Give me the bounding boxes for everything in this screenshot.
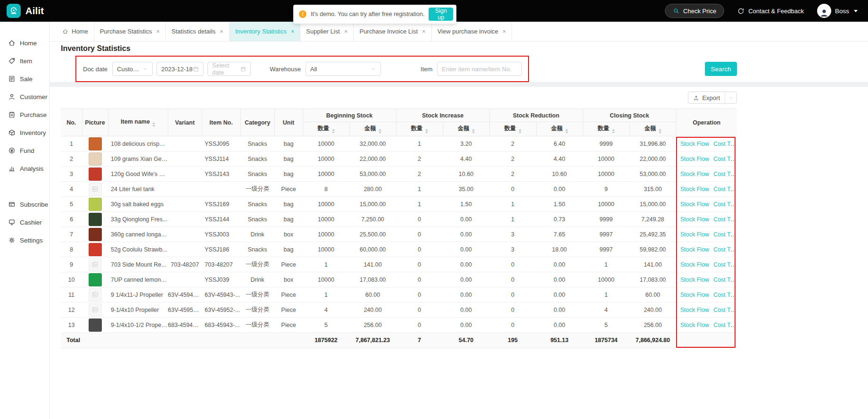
- signup-button[interactable]: Sign up: [429, 8, 453, 21]
- cost-transaction-link[interactable]: Cost Tr...: [713, 216, 737, 223]
- stock-flow-link[interactable]: Stock Flow: [680, 201, 709, 208]
- cost-transaction-link[interactable]: Cost Tr...: [713, 156, 737, 162]
- sidebar-item-item[interactable]: Item: [0, 52, 49, 70]
- cost-transaction-link[interactable]: Cost Tr...: [713, 277, 737, 283]
- stock-flow-link[interactable]: Stock Flow: [680, 216, 709, 223]
- warehouse-select[interactable]: All: [306, 62, 381, 76]
- sidebar-item-analysis[interactable]: Analysis: [0, 159, 49, 177]
- column-closing-qty[interactable]: 数量: [583, 122, 629, 136]
- cost-transaction-link[interactable]: Cost Tr...: [713, 231, 737, 238]
- close-icon[interactable]: ×: [291, 28, 295, 34]
- cost-transaction-link[interactable]: Cost Tr...: [713, 171, 737, 177]
- close-icon[interactable]: ×: [220, 28, 223, 34]
- cost-transaction-link[interactable]: Cost Tr...: [713, 246, 737, 253]
- cost-transaction-link[interactable]: Cost Tr...: [713, 261, 737, 268]
- cell-picture[interactable]: [82, 318, 108, 333]
- cell-picture[interactable]: [82, 227, 108, 242]
- export-button[interactable]: Export: [688, 92, 737, 104]
- stock-flow-link[interactable]: Stock Flow: [680, 261, 709, 268]
- item-input[interactable]: [437, 62, 522, 76]
- stock-flow-link[interactable]: Stock Flow: [680, 246, 709, 253]
- stock-flow-link[interactable]: Stock Flow: [680, 231, 709, 238]
- logo[interactable]: Ailit: [7, 4, 44, 18]
- tab-purchase-statistics[interactable]: Purchase Statistics×: [94, 22, 166, 41]
- cell-picture[interactable]: [82, 272, 108, 287]
- cell-picture[interactable]: [82, 151, 108, 167]
- cell-value: 10000: [303, 212, 349, 227]
- item-image: [89, 243, 102, 256]
- cell-picture[interactable]: [82, 287, 108, 302]
- cell-value: 10000: [303, 197, 349, 212]
- tab-inventory-statistics[interactable]: Inventory Statistics×: [230, 22, 301, 41]
- column-beginning-amount[interactable]: 金额: [349, 122, 396, 136]
- cost-transaction-link[interactable]: Cost Tr...: [713, 292, 737, 298]
- cell-operation: Stock FlowCost Tr...: [676, 318, 737, 333]
- cell-picture[interactable]: [82, 257, 108, 272]
- sidebar-item-customer[interactable]: Customer: [0, 88, 49, 106]
- search-button[interactable]: Search: [705, 62, 737, 76]
- cell-picture[interactable]: [82, 197, 108, 212]
- stock-flow-link[interactable]: Stock Flow: [680, 186, 709, 193]
- sort-icon[interactable]: [152, 122, 155, 127]
- close-icon[interactable]: ×: [503, 28, 506, 34]
- sidebar-item-purchase[interactable]: Purchase: [0, 106, 49, 124]
- tab-purchase-invoice-list[interactable]: Purchase Invoice List×: [354, 22, 431, 41]
- date-mode-select[interactable]: Custom...: [112, 62, 153, 76]
- stock-flow-link[interactable]: Stock Flow: [680, 322, 709, 328]
- column-reduction-qty[interactable]: 数量: [489, 122, 536, 136]
- cell-picture[interactable]: [82, 136, 108, 151]
- date-to-picker[interactable]: Select date: [207, 62, 251, 76]
- tab-supplier-list[interactable]: Supplier List×: [300, 22, 354, 41]
- sidebar-item-home[interactable]: Home: [0, 34, 49, 52]
- tab-statistics-details[interactable]: Statistics details×: [166, 22, 230, 41]
- contact-feedback-button[interactable]: Contact & Feedback: [737, 8, 804, 15]
- user-menu[interactable]: Boss: [817, 4, 858, 18]
- check-price-button[interactable]: Check Price: [665, 4, 724, 18]
- cost-transaction-link[interactable]: Cost Tr...: [713, 186, 737, 193]
- stock-flow-link[interactable]: Stock Flow: [680, 171, 709, 177]
- sort-icon[interactable]: [519, 129, 521, 134]
- stock-flow-link[interactable]: Stock Flow: [680, 307, 709, 313]
- close-icon[interactable]: ×: [156, 28, 160, 34]
- column-increase-amount[interactable]: 金额: [443, 122, 489, 136]
- export-dropdown-button[interactable]: [725, 92, 736, 103]
- column-item-name[interactable]: Item name: [108, 109, 168, 136]
- stock-flow-link[interactable]: Stock Flow: [680, 292, 709, 298]
- close-icon[interactable]: ×: [422, 28, 426, 34]
- cell-value: 2: [396, 167, 443, 182]
- column-reduction-amount[interactable]: 金额: [536, 122, 583, 136]
- stock-flow-link[interactable]: Stock Flow: [680, 277, 709, 283]
- sort-icon[interactable]: [659, 129, 661, 134]
- sort-icon[interactable]: [565, 129, 568, 134]
- column-closing-amount[interactable]: 金额: [629, 122, 676, 136]
- cell-picture[interactable]: [82, 182, 108, 197]
- stock-flow-link[interactable]: Stock Flow: [680, 156, 709, 162]
- sort-icon[interactable]: [332, 129, 335, 134]
- sort-icon[interactable]: [379, 129, 381, 134]
- stock-flow-link[interactable]: Stock Flow: [680, 141, 709, 147]
- date-from-picker[interactable]: 2023-12-18: [157, 62, 204, 76]
- cell-picture[interactable]: [82, 302, 108, 318]
- sidebar-item-fund[interactable]: Fund: [0, 142, 49, 159]
- close-icon[interactable]: ×: [344, 28, 348, 34]
- cell-picture[interactable]: [82, 167, 108, 182]
- sidebar-item-cashier[interactable]: Cashier: [0, 213, 49, 231]
- sidebar-item-inventory[interactable]: Inventory: [0, 124, 49, 142]
- column-beginning-qty[interactable]: 数量: [303, 122, 349, 136]
- sort-icon[interactable]: [472, 129, 475, 134]
- column-increase-qty[interactable]: 数量: [396, 122, 443, 136]
- sidebar-item-label: Analysis: [20, 165, 43, 172]
- sidebar-item-sale[interactable]: Sale: [0, 70, 49, 88]
- sort-icon[interactable]: [612, 129, 615, 134]
- cost-transaction-link[interactable]: Cost Tr...: [713, 141, 737, 147]
- cell-picture[interactable]: [82, 212, 108, 227]
- sidebar-item-subscribe[interactable]: Subscribe: [0, 195, 49, 213]
- cost-transaction-link[interactable]: Cost Tr...: [713, 322, 737, 328]
- tab-view-purchase-invoice[interactable]: View purchase invoice×: [432, 22, 513, 41]
- tab-home[interactable]: Home: [57, 22, 94, 41]
- cost-transaction-link[interactable]: Cost Tr...: [713, 201, 737, 208]
- cost-transaction-link[interactable]: Cost Tr...: [713, 307, 737, 313]
- sort-icon[interactable]: [425, 129, 428, 134]
- cell-picture[interactable]: [82, 242, 108, 257]
- sidebar-item-settings[interactable]: Settings: [0, 231, 49, 249]
